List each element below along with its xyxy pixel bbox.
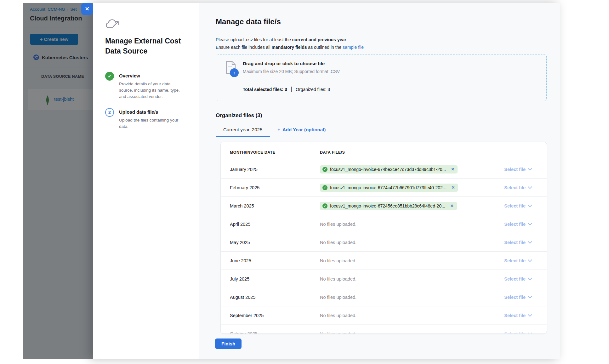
upload-instructions: Please upload .csv files for at least th… [216, 36, 364, 51]
success-check-icon: ✓ [322, 167, 327, 172]
step-number-badge: 2 [105, 108, 114, 117]
wizard-stepper: ✓ Overview Provide details of your data … [105, 72, 190, 130]
chevron-down-icon [528, 202, 532, 207]
file-cell: No files uploaded. [320, 331, 482, 334]
column-actions [482, 150, 547, 155]
month-label: August 2025 [221, 295, 320, 300]
select-file-dropdown[interactable]: Select file [482, 258, 547, 263]
breadcrumb-next-link[interactable]: Set [70, 7, 77, 12]
table-row: January 2025✓focusv1_mongo-invoice-674be… [221, 160, 547, 178]
mongodb-leaf-icon [45, 95, 50, 105]
check-icon: ✓ [108, 74, 111, 79]
header-divider [23, 27, 93, 27]
no-files-text: No files uploaded. [320, 222, 356, 227]
finish-button[interactable]: Finish [215, 338, 242, 349]
file-cell: No files uploaded. [320, 222, 482, 227]
table-row: July 2025No files uploaded.Select file [221, 270, 547, 288]
month-label: July 2025 [221, 276, 320, 282]
table-row: May 2025No files uploaded.Select file [221, 233, 547, 251]
drawer-title: Manage External Cost Data Source [105, 36, 184, 56]
tab-divider [23, 67, 93, 67]
file-cell: No files uploaded. [320, 276, 482, 282]
instruction-line-1: Please upload .csv files for at least th… [216, 36, 364, 43]
no-files-text: No files uploaded. [320, 276, 356, 282]
month-label: October 2025 [221, 331, 320, 334]
select-file-label: Select file [504, 313, 526, 318]
no-files-text: No files uploaded. [320, 313, 356, 318]
remove-file-icon[interactable]: ✕ [450, 203, 454, 208]
chevron-down-icon [528, 276, 532, 280]
month-label: April 2025 [221, 222, 320, 227]
file-cell: No files uploaded. [320, 295, 482, 300]
data-source-row[interactable]: test-jbisht [28, 89, 93, 110]
drawer-left-panel: Manage External Cost Data Source ✓ Overv… [93, 3, 199, 359]
chevron-down-icon [528, 294, 532, 298]
file-cell: No files uploaded. [320, 240, 482, 245]
month-label: September 2025 [221, 313, 320, 318]
tab-add-year[interactable]: +Add Year (optional) [270, 124, 329, 137]
close-drawer-button[interactable]: ✕ [81, 3, 93, 15]
data-source-link[interactable]: test-jbisht [54, 97, 74, 102]
organized-files-count: Organized files: 3 [296, 87, 330, 92]
select-file-dropdown[interactable]: Select file [482, 203, 547, 208]
dropzone-title: Drag and drop or click to choose file [243, 61, 325, 66]
file-chip: ✓focusv1_mongo-invoice-674be3ce47c73d37d… [320, 165, 458, 173]
organized-files-heading: Organized files (3) [216, 112, 262, 119]
step-overview-description: Provide details of your data source, inc… [119, 81, 185, 100]
chevron-down-icon [528, 257, 532, 262]
select-file-dropdown[interactable]: Select file [482, 313, 547, 318]
select-file-label: Select file [504, 167, 526, 172]
select-file-label: Select file [504, 240, 526, 245]
sample-file-link[interactable]: sample file [343, 45, 364, 50]
file-name: focusv1_mongo-invoice-674be3ce47c73d37dd… [330, 167, 446, 172]
breadcrumb[interactable]: Account: CCM-NG › Set [30, 7, 77, 12]
kubernetes-icon [33, 54, 39, 60]
plus-icon: + [277, 127, 280, 132]
month-label: June 2025 [221, 258, 320, 263]
select-file-dropdown[interactable]: Select file [482, 222, 547, 227]
chevron-down-icon [528, 239, 532, 243]
file-cell: No files uploaded. [320, 258, 482, 263]
select-file-dropdown[interactable]: Select file [482, 185, 547, 190]
totals-separator [291, 87, 292, 92]
upload-arrow-icon: ↑ [230, 68, 239, 77]
file-cell: ✓focusv1_mongo-invoice-672456ee851bbb28c… [320, 202, 482, 210]
tab-kubernetes-clusters[interactable]: Kubernetes Clusters [33, 54, 88, 60]
select-file-dropdown[interactable]: Select file [482, 167, 547, 172]
table-row: March 2025✓focusv1_mongo-invoice-672456e… [221, 196, 547, 215]
select-file-label: Select file [504, 222, 526, 227]
close-icon: ✕ [85, 6, 89, 12]
step-upload-data-files[interactable]: 2 Upload data file/s Upload the files co… [105, 108, 190, 130]
remove-file-icon[interactable]: ✕ [451, 167, 454, 172]
chevron-down-icon [528, 330, 532, 334]
year-tabs: Current year, 2025 +Add Year (optional) [216, 124, 329, 137]
no-files-text: No files uploaded. [320, 331, 356, 334]
column-month-invoice-date: MONTH/INVOICE DATE [221, 150, 320, 155]
select-file-dropdown[interactable]: Select file [482, 295, 547, 300]
table-row: April 2025No files uploaded.Select file [221, 215, 547, 233]
manage-external-cost-drawer: Manage External Cost Data Source ✓ Overv… [93, 3, 560, 359]
remove-file-icon[interactable]: ✕ [451, 185, 455, 190]
no-files-text: No files uploaded. [320, 240, 356, 245]
create-new-button[interactable]: + Create new [30, 34, 78, 45]
step-upload-description: Upload the files containing your data. [119, 117, 185, 130]
table-row: October 2025No files uploaded.Select fil… [221, 324, 547, 334]
tab-current-year[interactable]: Current year, 2025 [216, 124, 270, 137]
file-name: focusv1_mongo-invoice-6774c477b667901d77… [330, 185, 446, 190]
dropzone-totals: Total selected files: 3 Organized files:… [243, 87, 330, 92]
select-file-label: Select file [504, 203, 526, 208]
main-heading: Manage data file/s [216, 17, 281, 26]
breadcrumb-account-link[interactable]: Account: CCM-NG [30, 7, 65, 12]
select-file-dropdown[interactable]: Select file [482, 331, 547, 334]
select-file-dropdown[interactable]: Select file [482, 276, 547, 282]
step-upload-label: Upload data file/s [119, 108, 185, 115]
file-dropzone[interactable]: ↑ Drag and drop or click to choose file … [216, 54, 547, 101]
tab-kubernetes-label: Kubernetes Clusters [42, 55, 88, 60]
file-name: focusv1_mongo-invoice-672456ee851bbb28c6… [330, 203, 445, 208]
table-row: September 2025No files uploaded.Select f… [221, 306, 547, 324]
table-row: June 2025No files uploaded.Select file [221, 251, 547, 270]
select-file-dropdown[interactable]: Select file [482, 240, 547, 245]
step-complete-check-icon: ✓ [105, 72, 114, 81]
step-overview[interactable]: ✓ Overview Provide details of your data … [105, 72, 190, 100]
month-label: January 2025 [221, 167, 320, 172]
